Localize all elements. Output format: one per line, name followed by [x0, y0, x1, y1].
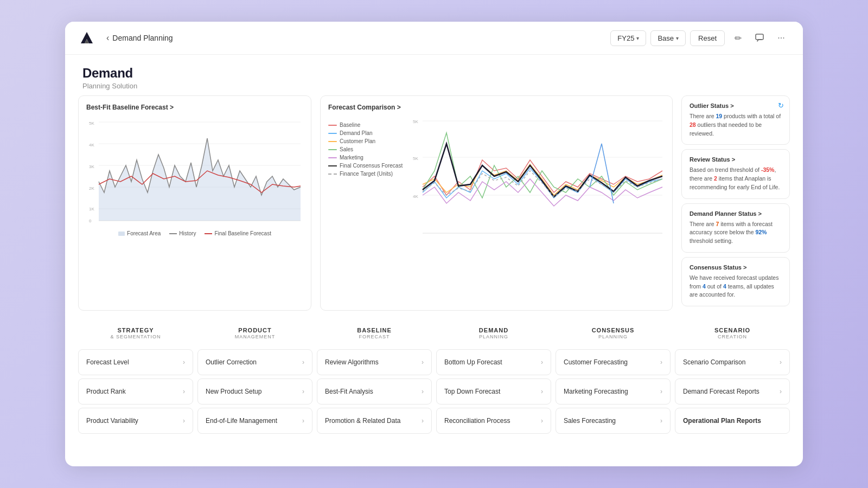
page-subtitle: Planning Solution [82, 82, 786, 90]
chevron-right-icon: › [302, 358, 304, 366]
category-baseline: BASELINE FORECAST [317, 322, 432, 345]
status-sidebar: Outlier Status > ↻ There are 19 products… [681, 95, 790, 311]
chevron-right-icon: › [541, 358, 543, 366]
legend-sales: Sales [328, 146, 404, 152]
chevron-right-icon: › [780, 358, 782, 366]
consensus-status-text: We have received forecast updates from 4… [690, 274, 782, 299]
category-consensus: CONSENSUS PLANNING [556, 322, 671, 345]
svg-text:4K: 4K [89, 143, 94, 147]
pencil-button[interactable]: ✏ [729, 29, 746, 47]
back-button[interactable]: ‹ [106, 33, 109, 43]
svg-text:5K: 5K [413, 156, 418, 161]
chevron-right-icon: › [302, 388, 304, 395]
charts-area: Best-Fit Baseline Forecast > 5K 4K 3K 2K… [78, 95, 673, 311]
svg-text:0: 0 [89, 219, 92, 223]
outlier-status-text: There are 19 products with a total of 28… [690, 112, 782, 138]
chevron-right-icon: › [183, 417, 185, 425]
product-variability-cell[interactable]: Product Variability› [78, 408, 193, 434]
app-container: ‹ Demand Planning FY25 ▾ Base ▾ Reset ✏ … [65, 22, 803, 466]
baseline-forecast-title[interactable]: Best-Fit Baseline Forecast > [86, 104, 303, 111]
bottom-up-forecast-cell[interactable]: Bottom Up Forecast› [436, 349, 551, 375]
chevron-down-icon: ▾ [636, 35, 639, 41]
outlier-status-title[interactable]: Outlier Status > [690, 102, 782, 109]
promotion-related-data-cell[interactable]: Promotion & Related Data› [317, 408, 432, 434]
outlier-status-card: Outlier Status > ↻ There are 19 products… [681, 95, 790, 145]
more-button[interactable]: ··· [773, 29, 790, 47]
legend-customer-plan: Customer Plan [328, 138, 404, 144]
demand-planner-status-text: There are 7 items with a forecast accura… [690, 220, 782, 246]
chevron-right-icon: › [422, 388, 424, 395]
legend-final-consensus: Final Consensus Forecast [328, 163, 404, 169]
grid-row-2: Product Rank› New Product Setup› Best-Fi… [78, 378, 790, 404]
chevron-right-icon: › [183, 388, 185, 395]
svg-text:1K: 1K [89, 207, 94, 211]
end-of-life-management-cell[interactable]: End-of-Life Management› [197, 408, 312, 434]
legend-baseline: Baseline [328, 122, 404, 128]
review-algorithms-cell[interactable]: Review Algorithms› [317, 349, 432, 375]
marketing-forecasting-cell[interactable]: Marketing Forecasting› [556, 378, 671, 404]
baseline-forecast-card: Best-Fit Baseline Forecast > 5K 4K 3K 2K… [78, 95, 311, 311]
forecast-comparison-card: Forecast Comparison > Baseline Demand Pl… [320, 95, 673, 311]
chevron-right-icon: › [422, 358, 424, 366]
grid-rows: Forecast Level› Outlier Correction› Revi… [78, 349, 790, 434]
new-product-setup-cell[interactable]: New Product Setup› [197, 378, 312, 404]
fy-dropdown[interactable]: FY25 ▾ [610, 30, 646, 46]
svg-text:2K: 2K [89, 186, 94, 191]
grid-row-3: Product Variability› End-of-Life Managem… [78, 408, 790, 434]
chevron-right-icon: › [422, 417, 424, 425]
demand-planner-status-title[interactable]: Demand Planner Status > [690, 210, 782, 217]
page-name: Demand Planning [112, 34, 173, 42]
svg-text:3K: 3K [89, 164, 94, 169]
svg-text:5K: 5K [89, 121, 94, 126]
refresh-icon[interactable]: ↻ [778, 101, 784, 110]
category-headers: STRATEGY & SEGMENTATION PRODUCT MANAGEME… [78, 322, 790, 345]
legend-marketing: Marketing [328, 155, 404, 160]
breadcrumb: ‹ Demand Planning [106, 33, 173, 43]
best-fit-analysis-cell[interactable]: Best-Fit Analysis› [317, 378, 432, 404]
legend-demand-plan: Demand Plan [328, 130, 404, 136]
page-title: Demand [82, 66, 786, 81]
top-down-forecast-cell[interactable]: Top Down Forecast› [436, 378, 551, 404]
sales-forecasting-cell[interactable]: Sales Forecasting› [556, 408, 671, 434]
grid-row-1: Forecast Level› Outlier Correction› Revi… [78, 349, 790, 375]
chevron-right-icon: › [660, 417, 662, 425]
review-status-title[interactable]: Review Status > [690, 156, 782, 163]
header-controls: FY25 ▾ Base ▾ Reset ✏ ··· [610, 29, 790, 47]
operational-plan-reports-cell[interactable]: Operational Plan Reports [675, 408, 790, 434]
demand-forecast-reports-cell[interactable]: Demand Forecast Reports› [675, 378, 790, 404]
chart-legend: Baseline Demand Plan Customer Plan [328, 117, 404, 247]
svg-text:5K: 5K [413, 119, 418, 124]
category-scenario: SCENARIO CREATION [675, 322, 790, 345]
category-product: PRODUCT MANAGEMENT [197, 322, 312, 345]
header: ‹ Demand Planning FY25 ▾ Base ▾ Reset ✏ … [65, 22, 803, 55]
chevron-right-icon: › [660, 358, 662, 366]
category-demand: DEMAND PLANNING [436, 322, 551, 345]
bottom-grid-section: STRATEGY & SEGMENTATION PRODUCT MANAGEME… [65, 322, 803, 445]
review-status-text: Based on trend threshold of -35%, there … [690, 166, 782, 191]
small-chart-legend: Forecast Area History Final Baseline For… [86, 230, 303, 236]
baseline-chart-svg: 5K 4K 3K 2K 1K 0 [86, 117, 303, 225]
legend-finance-target: Finance Target (Units) [328, 171, 404, 177]
svg-rect-0 [756, 34, 763, 40]
reconciliation-process-cell[interactable]: Reconciliation Process› [436, 408, 551, 434]
customer-forecasting-cell[interactable]: Customer Forecasting› [556, 349, 671, 375]
category-strategy: STRATEGY & SEGMENTATION [78, 322, 193, 345]
forecast-level-cell[interactable]: Forecast Level› [78, 349, 193, 375]
forecast-comparison-title[interactable]: Forecast Comparison > [328, 104, 665, 111]
reset-button[interactable]: Reset [690, 30, 725, 46]
base-dropdown[interactable]: Base ▾ [650, 30, 686, 46]
product-rank-cell[interactable]: Product Rank› [78, 378, 193, 404]
comment-button[interactable] [751, 29, 768, 47]
review-status-card: Review Status > Based on trend threshold… [681, 149, 790, 198]
large-chart-area: Baseline Demand Plan Customer Plan [328, 117, 665, 247]
chevron-right-icon: › [780, 388, 782, 395]
consensus-status-card: Consensus Status > We have received fore… [681, 257, 790, 306]
scenario-comparison-cell[interactable]: Scenario Comparison› [675, 349, 790, 375]
consensus-status-title[interactable]: Consensus Status > [690, 264, 782, 271]
outlier-correction-cell[interactable]: Outlier Correction› [197, 349, 312, 375]
logo [78, 29, 95, 47]
page-title-section: Demand Planning Solution [65, 55, 803, 95]
chevron-right-icon: › [183, 358, 185, 366]
chevron-down-icon: ▾ [676, 35, 679, 41]
chevron-right-icon: › [302, 417, 304, 425]
